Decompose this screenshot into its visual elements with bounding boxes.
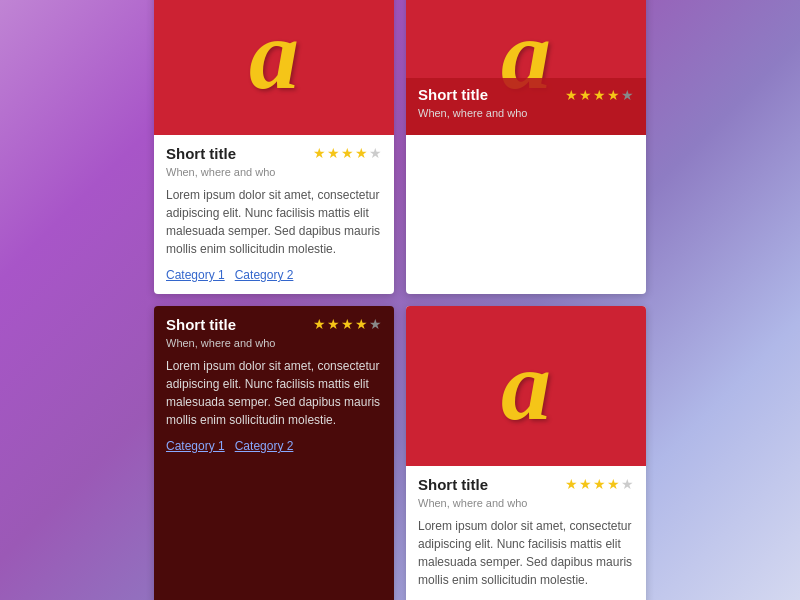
card-2-title: Short title xyxy=(418,86,488,103)
star-5: ★ xyxy=(621,87,634,103)
card-4-letter: a xyxy=(501,336,551,436)
card-1-body: Short title ★ ★ ★ ★ ★ When, where and wh… xyxy=(154,135,394,294)
star-5: ★ xyxy=(621,476,634,492)
card-1: a Short title ★ ★ ★ ★ ★ When, where and … xyxy=(154,0,394,294)
star-2: ★ xyxy=(579,476,592,492)
card-1-cat-1[interactable]: Category 1 xyxy=(166,268,225,282)
card-4: a Short title ★ ★ ★ ★ ★ When, where and … xyxy=(406,306,646,600)
card-1-subtitle: When, where and who xyxy=(166,166,382,178)
star-3: ★ xyxy=(341,145,354,161)
star-4: ★ xyxy=(607,476,620,492)
card-4-title-row: Short title ★ ★ ★ ★ ★ xyxy=(418,476,634,493)
card-3-stars: ★ ★ ★ ★ ★ xyxy=(313,316,382,332)
card-3-subtitle: When, where and who xyxy=(166,337,382,349)
star-5: ★ xyxy=(369,145,382,161)
star-1: ★ xyxy=(313,316,326,332)
star-2: ★ xyxy=(327,316,340,332)
card-3-title: Short title xyxy=(166,316,236,333)
card-1-cat-2[interactable]: Category 2 xyxy=(235,268,294,282)
card-1-stars: ★ ★ ★ ★ ★ xyxy=(313,145,382,161)
star-3: ★ xyxy=(593,476,606,492)
card-3-categories: Category 1 Category 2 xyxy=(166,439,382,453)
card-3-text: Lorem ipsum dolor sit amet, consectetur … xyxy=(166,357,382,429)
star-3: ★ xyxy=(341,316,354,332)
cards-grid: a Short title ★ ★ ★ ★ ★ When, where and … xyxy=(154,0,646,600)
card-3-body: Short title ★ ★ ★ ★ ★ When, where and wh… xyxy=(154,306,394,465)
star-4: ★ xyxy=(355,145,368,161)
card-4-subtitle: When, where and who xyxy=(418,497,634,509)
star-4: ★ xyxy=(607,87,620,103)
card-1-title: Short title xyxy=(166,145,236,162)
star-4: ★ xyxy=(355,316,368,332)
card-4-text: Lorem ipsum dolor sit amet, consectetur … xyxy=(418,517,634,589)
card-1-title-row: Short title ★ ★ ★ ★ ★ xyxy=(166,145,382,162)
card-3-cat-2[interactable]: Category 2 xyxy=(235,439,294,453)
card-1-letter: a xyxy=(249,5,299,105)
card-2-stars: ★ ★ ★ ★ ★ xyxy=(565,87,634,103)
star-1: ★ xyxy=(565,476,578,492)
card-1-image: a xyxy=(154,0,394,135)
card-3: Short title ★ ★ ★ ★ ★ When, where and wh… xyxy=(154,306,394,600)
card-4-stars: ★ ★ ★ ★ ★ xyxy=(565,476,634,492)
card-1-text: Lorem ipsum dolor sit amet, consectetur … xyxy=(166,186,382,258)
card-1-categories: Category 1 Category 2 xyxy=(166,268,382,282)
card-3-cat-1[interactable]: Category 1 xyxy=(166,439,225,453)
star-3: ★ xyxy=(593,87,606,103)
card-2-image: a Short title ★ ★ ★ ★ ★ When, where and … xyxy=(406,0,646,135)
star-5: ★ xyxy=(369,316,382,332)
card-4-body: Short title ★ ★ ★ ★ ★ When, where and wh… xyxy=(406,466,646,600)
star-1: ★ xyxy=(313,145,326,161)
card-2-overlay: Short title ★ ★ ★ ★ ★ When, where and wh… xyxy=(406,78,646,135)
card-3-title-row: Short title ★ ★ ★ ★ ★ xyxy=(166,316,382,333)
star-1: ★ xyxy=(565,87,578,103)
card-2-subtitle: When, where and who xyxy=(418,107,634,119)
card-2-title-row: Short title ★ ★ ★ ★ ★ xyxy=(418,86,634,103)
star-2: ★ xyxy=(579,87,592,103)
card-4-title: Short title xyxy=(418,476,488,493)
card-4-image: a xyxy=(406,306,646,466)
card-2: a Short title ★ ★ ★ ★ ★ When, where and … xyxy=(406,0,646,294)
star-2: ★ xyxy=(327,145,340,161)
